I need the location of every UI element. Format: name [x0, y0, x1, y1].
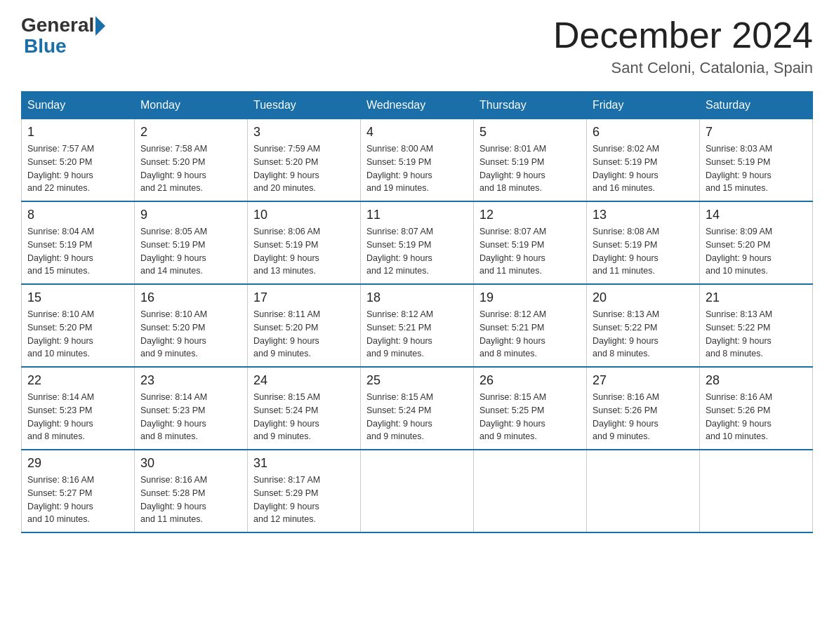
day-info: Sunrise: 7:59 AMSunset: 5:20 PMDaylight:…	[253, 142, 355, 195]
day-number: 29	[27, 456, 128, 471]
day-number: 3	[253, 125, 355, 140]
day-info: Sunrise: 8:16 AMSunset: 5:27 PMDaylight:…	[27, 474, 128, 526]
calendar-table: SundayMondayTuesdayWednesdayThursdayFrid…	[21, 91, 813, 533]
day-info: Sunrise: 8:10 AMSunset: 5:20 PMDaylight:…	[27, 308, 128, 361]
day-number: 22	[27, 373, 128, 388]
day-number: 13	[593, 208, 694, 222]
day-number: 27	[593, 373, 694, 388]
calendar-cell	[700, 450, 813, 532]
calendar-header: SundayMondayTuesdayWednesdayThursdayFrid…	[22, 92, 813, 119]
calendar-cell: 22Sunrise: 8:14 AMSunset: 5:23 PMDayligh…	[22, 367, 135, 450]
day-number: 20	[593, 290, 694, 305]
day-info: Sunrise: 8:09 AMSunset: 5:20 PMDaylight:…	[706, 225, 807, 278]
calendar-cell: 2Sunrise: 7:58 AMSunset: 5:20 PMDaylight…	[135, 119, 248, 202]
day-info: Sunrise: 7:58 AMSunset: 5:20 PMDaylight:…	[140, 142, 241, 195]
calendar-cell: 11Sunrise: 8:07 AMSunset: 5:19 PMDayligh…	[361, 201, 474, 284]
header-day-sunday: Sunday	[22, 92, 135, 119]
header-day-saturday: Saturday	[700, 92, 813, 119]
day-number: 18	[366, 290, 468, 305]
day-info: Sunrise: 8:07 AMSunset: 5:19 PMDaylight:…	[479, 225, 581, 278]
header-day-wednesday: Wednesday	[361, 92, 474, 119]
calendar-cell: 27Sunrise: 8:16 AMSunset: 5:26 PMDayligh…	[587, 367, 700, 450]
calendar-week-5: 29Sunrise: 8:16 AMSunset: 5:27 PMDayligh…	[22, 450, 813, 532]
calendar-cell: 23Sunrise: 8:14 AMSunset: 5:23 PMDayligh…	[135, 367, 248, 450]
title-section: December 2024 Sant Celoni, Catalonia, Sp…	[553, 14, 813, 77]
calendar-body: 1Sunrise: 7:57 AMSunset: 5:20 PMDaylight…	[22, 119, 813, 533]
day-info: Sunrise: 8:13 AMSunset: 5:22 PMDaylight:…	[706, 308, 807, 361]
day-info: Sunrise: 8:15 AMSunset: 5:24 PMDaylight:…	[366, 391, 468, 443]
day-info: Sunrise: 8:11 AMSunset: 5:20 PMDaylight:…	[253, 308, 355, 361]
calendar-cell: 29Sunrise: 8:16 AMSunset: 5:27 PMDayligh…	[22, 450, 135, 532]
logo-blue-text: Blue	[24, 35, 67, 58]
day-number: 21	[706, 290, 807, 305]
header-day-friday: Friday	[587, 92, 700, 119]
calendar-cell: 24Sunrise: 8:15 AMSunset: 5:24 PMDayligh…	[248, 367, 361, 450]
day-info: Sunrise: 8:14 AMSunset: 5:23 PMDaylight:…	[140, 391, 241, 443]
day-info: Sunrise: 8:15 AMSunset: 5:25 PMDaylight:…	[479, 391, 581, 443]
calendar-cell: 6Sunrise: 8:02 AMSunset: 5:19 PMDaylight…	[587, 119, 700, 202]
header-day-monday: Monday	[135, 92, 248, 119]
day-number: 16	[140, 290, 241, 305]
calendar-cell: 20Sunrise: 8:13 AMSunset: 5:22 PMDayligh…	[587, 284, 700, 367]
day-number: 11	[366, 208, 468, 222]
day-info: Sunrise: 8:06 AMSunset: 5:19 PMDaylight:…	[253, 225, 355, 278]
day-info: Sunrise: 8:02 AMSunset: 5:19 PMDaylight:…	[593, 142, 694, 195]
calendar-cell: 21Sunrise: 8:13 AMSunset: 5:22 PMDayligh…	[700, 284, 813, 367]
day-info: Sunrise: 8:03 AMSunset: 5:19 PMDaylight:…	[706, 142, 807, 195]
day-info: Sunrise: 8:05 AMSunset: 5:19 PMDaylight:…	[140, 225, 241, 278]
logo-triangle-icon	[95, 16, 105, 36]
calendar-cell	[474, 450, 587, 532]
calendar-cell: 10Sunrise: 8:06 AMSunset: 5:19 PMDayligh…	[248, 201, 361, 284]
calendar-title: December 2024	[553, 14, 813, 56]
day-info: Sunrise: 8:10 AMSunset: 5:20 PMDaylight:…	[140, 308, 241, 361]
day-info: Sunrise: 8:00 AMSunset: 5:19 PMDaylight:…	[366, 142, 468, 195]
calendar-cell: 19Sunrise: 8:12 AMSunset: 5:21 PMDayligh…	[474, 284, 587, 367]
calendar-week-4: 22Sunrise: 8:14 AMSunset: 5:23 PMDayligh…	[22, 367, 813, 450]
day-info: Sunrise: 8:17 AMSunset: 5:29 PMDaylight:…	[253, 474, 355, 526]
day-number: 30	[140, 456, 241, 471]
day-number: 7	[706, 125, 807, 140]
day-number: 28	[706, 373, 807, 388]
calendar-cell: 13Sunrise: 8:08 AMSunset: 5:19 PMDayligh…	[587, 201, 700, 284]
calendar-week-2: 8Sunrise: 8:04 AMSunset: 5:19 PMDaylight…	[22, 201, 813, 284]
calendar-cell: 4Sunrise: 8:00 AMSunset: 5:19 PMDaylight…	[361, 119, 474, 202]
day-number: 31	[253, 456, 355, 471]
day-info: Sunrise: 8:12 AMSunset: 5:21 PMDaylight:…	[479, 308, 581, 361]
header-day-thursday: Thursday	[474, 92, 587, 119]
calendar-cell: 3Sunrise: 7:59 AMSunset: 5:20 PMDaylight…	[248, 119, 361, 202]
day-number: 2	[140, 125, 241, 140]
calendar-cell: 31Sunrise: 8:17 AMSunset: 5:29 PMDayligh…	[248, 450, 361, 532]
day-number: 23	[140, 373, 241, 388]
calendar-week-3: 15Sunrise: 8:10 AMSunset: 5:20 PMDayligh…	[22, 284, 813, 367]
calendar-week-1: 1Sunrise: 7:57 AMSunset: 5:20 PMDaylight…	[22, 119, 813, 202]
calendar-cell	[587, 450, 700, 532]
day-info: Sunrise: 8:16 AMSunset: 5:26 PMDaylight:…	[706, 391, 807, 443]
day-number: 25	[366, 373, 468, 388]
logo: General Blue	[21, 14, 105, 58]
header-day-tuesday: Tuesday	[248, 92, 361, 119]
day-info: Sunrise: 8:01 AMSunset: 5:19 PMDaylight:…	[479, 142, 581, 195]
day-number: 6	[593, 125, 694, 140]
day-info: Sunrise: 8:15 AMSunset: 5:24 PMDaylight:…	[253, 391, 355, 443]
page-header: General Blue December 2024 Sant Celoni, …	[21, 14, 813, 77]
calendar-cell: 17Sunrise: 8:11 AMSunset: 5:20 PMDayligh…	[248, 284, 361, 367]
calendar-cell: 26Sunrise: 8:15 AMSunset: 5:25 PMDayligh…	[474, 367, 587, 450]
day-info: Sunrise: 8:12 AMSunset: 5:21 PMDaylight:…	[366, 308, 468, 361]
calendar-cell: 8Sunrise: 8:04 AMSunset: 5:19 PMDaylight…	[22, 201, 135, 284]
day-number: 12	[479, 208, 581, 222]
day-number: 10	[253, 208, 355, 222]
calendar-cell: 30Sunrise: 8:16 AMSunset: 5:28 PMDayligh…	[135, 450, 248, 532]
calendar-cell: 14Sunrise: 8:09 AMSunset: 5:20 PMDayligh…	[700, 201, 813, 284]
calendar-cell: 9Sunrise: 8:05 AMSunset: 5:19 PMDaylight…	[135, 201, 248, 284]
calendar-cell: 15Sunrise: 8:10 AMSunset: 5:20 PMDayligh…	[22, 284, 135, 367]
day-info: Sunrise: 8:04 AMSunset: 5:19 PMDaylight:…	[27, 225, 128, 278]
day-number: 15	[27, 290, 128, 305]
day-number: 4	[366, 125, 468, 140]
day-number: 26	[479, 373, 581, 388]
calendar-cell: 5Sunrise: 8:01 AMSunset: 5:19 PMDaylight…	[474, 119, 587, 202]
calendar-cell: 18Sunrise: 8:12 AMSunset: 5:21 PMDayligh…	[361, 284, 474, 367]
calendar-cell: 12Sunrise: 8:07 AMSunset: 5:19 PMDayligh…	[474, 201, 587, 284]
calendar-cell	[361, 450, 474, 532]
day-info: Sunrise: 8:08 AMSunset: 5:19 PMDaylight:…	[593, 225, 694, 278]
day-info: Sunrise: 7:57 AMSunset: 5:20 PMDaylight:…	[27, 142, 128, 195]
